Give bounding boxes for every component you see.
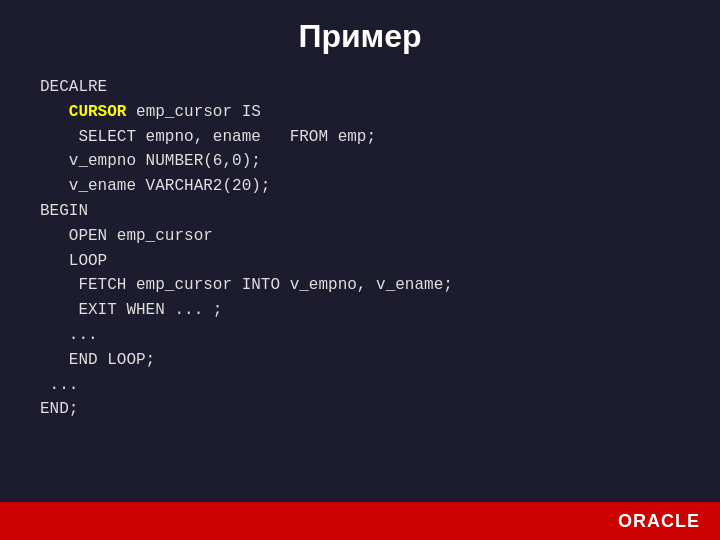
code-line-10: EXIT WHEN ... ; xyxy=(40,301,222,319)
code-line-14: END; xyxy=(40,400,78,418)
code-area: DECALRE CURSOR emp_cursor IS SELECT empn… xyxy=(0,65,720,502)
code-line-11: ... xyxy=(40,326,98,344)
code-line-2: CURSOR emp_cursor IS xyxy=(40,103,261,121)
code-line-1: DECALRE xyxy=(40,78,107,96)
slide-title: Пример xyxy=(298,18,421,54)
code-line-8: LOOP xyxy=(40,252,107,270)
title-area: Пример xyxy=(0,0,720,65)
oracle-label: ORACLE xyxy=(618,511,700,532)
code-line-4: v_empno NUMBER(6,0); xyxy=(40,152,261,170)
footer: ORACLE xyxy=(0,502,720,540)
code-line-6: BEGIN xyxy=(40,202,88,220)
code-line-12: END LOOP; xyxy=(40,351,155,369)
code-block: DECALRE CURSOR emp_cursor IS SELECT empn… xyxy=(40,75,680,422)
code-line-9: FETCH emp_cursor INTO v_empno, v_ename; xyxy=(40,276,453,294)
code-line-5: v_ename VARCHAR2(20); xyxy=(40,177,270,195)
cursor-keyword: CURSOR xyxy=(69,103,127,121)
slide: Пример DECALRE CURSOR emp_cursor IS SELE… xyxy=(0,0,720,540)
code-line-13: ... xyxy=(40,376,78,394)
code-line-3: SELECT empno, ename FROM emp; xyxy=(40,128,376,146)
code-line-7: OPEN emp_cursor xyxy=(40,227,213,245)
